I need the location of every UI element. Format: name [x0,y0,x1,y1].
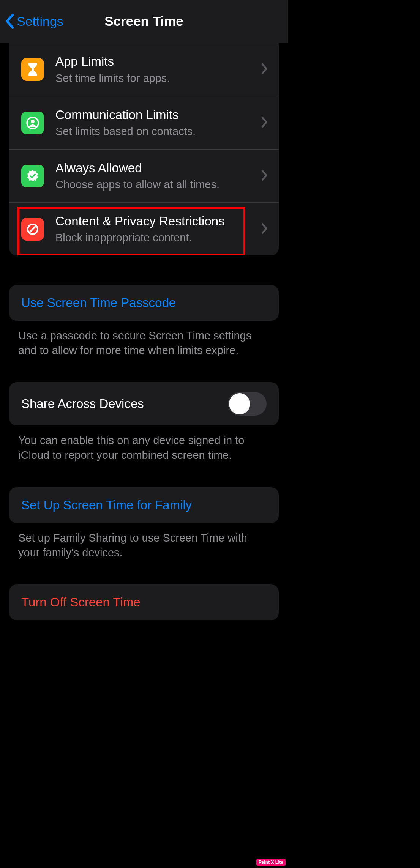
row-subtitle: Set limits based on contacts. [55,124,261,138]
checkmark-seal-icon [21,165,44,187]
svg-point-1 [31,120,35,123]
back-label: Settings [17,14,63,29]
nosign-icon [21,218,44,241]
chevron-right-icon [261,117,268,129]
row-title: App Limits [55,54,261,69]
navbar: Settings Screen Time [0,0,288,43]
action-label: Use Screen Time Passcode [21,296,176,310]
use-passcode-button[interactable]: Use Screen Time Passcode [9,285,279,321]
chevron-left-icon [5,13,14,29]
family-footer: Set up Family Sharing to use Screen Time… [18,531,270,560]
chevron-right-icon [261,223,268,236]
action-label: Set Up Screen Time for Family [21,498,192,512]
share-devices-row: Share Across Devices [9,382,279,425]
row-communication-limits[interactable]: Communication Limits Set limits based on… [9,96,279,149]
chevron-right-icon [261,63,268,76]
setup-family-button[interactable]: Set Up Screen Time for Family [9,487,279,523]
svg-line-3 [29,226,36,233]
row-title: Content & Privacy Restrictions [55,214,261,229]
turn-off-button[interactable]: Turn Off Screen Time [9,584,279,620]
row-title: Always Allowed [55,161,261,176]
hourglass-icon [21,58,44,81]
share-devices-toggle[interactable] [228,392,267,416]
share-devices-footer: You can enable this on any device signed… [18,433,270,463]
row-subtitle: Block inappropriate content. [55,231,261,244]
person-circle-icon [21,112,44,134]
row-always-allowed[interactable]: Always Allowed Choose apps to allow at a… [9,149,279,202]
row-subtitle: Choose apps to allow at all times. [55,178,261,191]
row-app-limits[interactable]: App Limits Set time limits for apps. [9,43,279,96]
watermark-badge: Paint X Lite [256,859,286,866]
row-content-privacy[interactable]: Content & Privacy Restrictions Block ina… [9,202,279,255]
row-subtitle: Set time limits for apps. [55,71,261,85]
action-label: Turn Off Screen Time [21,595,141,609]
toggle-knob [229,393,250,414]
chevron-right-icon [261,170,268,183]
limits-group: App Limits Set time limits for apps. Com… [9,43,279,255]
back-button[interactable]: Settings [0,13,63,29]
share-devices-label: Share Across Devices [21,397,144,411]
row-title: Communication Limits [55,107,261,123]
passcode-footer: Use a passcode to secure Screen Time set… [18,328,270,358]
